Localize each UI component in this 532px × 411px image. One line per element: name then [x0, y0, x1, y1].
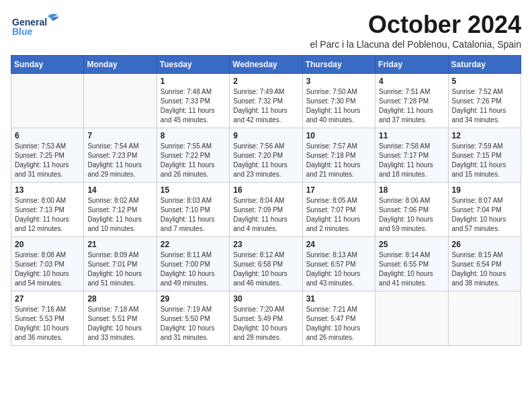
calendar-cell: 19Sunrise: 8:07 AM Sunset: 7:04 PM Dayli… [448, 183, 521, 237]
calendar-cell: 27Sunrise: 7:16 AM Sunset: 5:53 PM Dayli… [11, 291, 84, 346]
day-info: Sunrise: 8:00 AM Sunset: 7:13 PM Dayligh… [15, 196, 80, 234]
week-row-5: 27Sunrise: 7:16 AM Sunset: 5:53 PM Dayli… [11, 291, 521, 346]
calendar-cell [84, 74, 157, 128]
calendar-cell: 16Sunrise: 8:04 AM Sunset: 7:09 PM Dayli… [230, 183, 302, 237]
day-number: 16 [233, 185, 298, 195]
calendar-cell: 31Sunrise: 7:21 AM Sunset: 5:47 PM Dayli… [302, 291, 375, 346]
day-info: Sunrise: 7:52 AM Sunset: 7:26 PM Dayligh… [452, 87, 517, 125]
calendar-cell [448, 291, 521, 346]
day-number: 8 [161, 131, 226, 140]
day-info: Sunrise: 7:57 AM Sunset: 7:18 PM Dayligh… [306, 142, 371, 179]
day-number: 2 [233, 77, 298, 86]
day-info: Sunrise: 7:58 AM Sunset: 7:17 PM Dayligh… [379, 142, 444, 179]
day-info: Sunrise: 7:59 AM Sunset: 7:15 PM Dayligh… [452, 142, 517, 179]
calendar-cell: 6Sunrise: 7:53 AM Sunset: 7:25 PM Daylig… [11, 128, 84, 183]
day-info: Sunrise: 7:49 AM Sunset: 7:32 PM Dayligh… [233, 87, 298, 125]
day-info: Sunrise: 8:12 AM Sunset: 6:58 PM Dayligh… [233, 250, 298, 288]
month-title: October 2024 [310, 11, 521, 39]
calendar-cell: 5Sunrise: 7:52 AM Sunset: 7:26 PM Daylig… [448, 74, 521, 128]
day-number: 12 [452, 131, 517, 140]
day-number: 1 [161, 77, 226, 86]
day-info: Sunrise: 8:09 AM Sunset: 7:01 PM Dayligh… [87, 250, 152, 288]
calendar-cell: 4Sunrise: 7:51 AM Sunset: 7:28 PM Daylig… [375, 74, 448, 128]
day-info: Sunrise: 8:15 AM Sunset: 6:54 PM Dayligh… [452, 250, 517, 288]
calendar-cell: 21Sunrise: 8:09 AM Sunset: 7:01 PM Dayli… [84, 237, 157, 291]
calendar-cell: 17Sunrise: 8:05 AM Sunset: 7:07 PM Dayli… [302, 183, 375, 237]
day-number: 17 [306, 185, 371, 195]
day-info: Sunrise: 8:11 AM Sunset: 7:00 PM Dayligh… [161, 250, 226, 288]
day-number: 6 [15, 131, 80, 140]
calendar-cell: 9Sunrise: 7:56 AM Sunset: 7:20 PM Daylig… [230, 128, 302, 183]
calendar-table: SundayMondayTuesdayWednesdayThursdayFrid… [11, 55, 521, 346]
calendar-cell: 7Sunrise: 7:54 AM Sunset: 7:23 PM Daylig… [84, 128, 157, 183]
logo: General Blue [11, 11, 71, 38]
day-header-wednesday: Wednesday [230, 56, 302, 74]
day-number: 18 [379, 185, 444, 195]
day-info: Sunrise: 8:13 AM Sunset: 6:57 PM Dayligh… [306, 250, 371, 288]
day-header-monday: Monday [84, 56, 157, 74]
calendar-cell: 15Sunrise: 8:03 AM Sunset: 7:10 PM Dayli… [157, 183, 229, 237]
title-section: October 2024 el Parc i la Llacuna del Po… [310, 11, 521, 50]
page-header: General Blue October 2024 el Parc i la L… [11, 11, 521, 50]
calendar-cell: 24Sunrise: 8:13 AM Sunset: 6:57 PM Dayli… [302, 237, 375, 291]
day-info: Sunrise: 7:19 AM Sunset: 5:50 PM Dayligh… [161, 305, 226, 342]
day-number: 9 [233, 131, 298, 140]
week-row-1: 1Sunrise: 7:48 AM Sunset: 7:33 PM Daylig… [11, 74, 521, 128]
calendar-cell: 3Sunrise: 7:50 AM Sunset: 7:30 PM Daylig… [302, 74, 375, 128]
day-header-saturday: Saturday [448, 56, 521, 74]
calendar-cell: 30Sunrise: 7:20 AM Sunset: 5:49 PM Dayli… [230, 291, 302, 346]
day-number: 10 [306, 131, 371, 140]
day-number: 29 [161, 294, 226, 304]
calendar-cell [375, 291, 448, 346]
day-number: 7 [87, 131, 152, 140]
day-info: Sunrise: 8:07 AM Sunset: 7:04 PM Dayligh… [452, 196, 517, 234]
day-number: 13 [15, 185, 80, 195]
week-row-2: 6Sunrise: 7:53 AM Sunset: 7:25 PM Daylig… [11, 128, 521, 183]
day-number: 22 [161, 240, 226, 249]
day-number: 24 [306, 240, 371, 249]
calendar-cell: 2Sunrise: 7:49 AM Sunset: 7:32 PM Daylig… [230, 74, 302, 128]
calendar-cell: 14Sunrise: 8:02 AM Sunset: 7:12 PM Dayli… [84, 183, 157, 237]
day-number: 15 [161, 185, 226, 195]
calendar-cell: 29Sunrise: 7:19 AM Sunset: 5:50 PM Dayli… [157, 291, 229, 346]
calendar-cell: 1Sunrise: 7:48 AM Sunset: 7:33 PM Daylig… [157, 74, 229, 128]
day-header-sunday: Sunday [11, 56, 84, 74]
calendar-cell: 22Sunrise: 8:11 AM Sunset: 7:00 PM Dayli… [157, 237, 229, 291]
calendar-cell: 12Sunrise: 7:59 AM Sunset: 7:15 PM Dayli… [448, 128, 521, 183]
calendar-cell: 13Sunrise: 8:00 AM Sunset: 7:13 PM Dayli… [11, 183, 84, 237]
day-number: 27 [15, 294, 80, 304]
day-info: Sunrise: 8:05 AM Sunset: 7:07 PM Dayligh… [306, 196, 371, 234]
day-number: 5 [452, 77, 517, 86]
day-info: Sunrise: 8:08 AM Sunset: 7:03 PM Dayligh… [15, 250, 80, 288]
day-info: Sunrise: 7:51 AM Sunset: 7:28 PM Dayligh… [379, 87, 444, 125]
logo-icon: General Blue [11, 11, 71, 38]
day-number: 20 [15, 240, 80, 249]
calendar-cell: 18Sunrise: 8:06 AM Sunset: 7:06 PM Dayli… [375, 183, 448, 237]
day-info: Sunrise: 8:03 AM Sunset: 7:10 PM Dayligh… [161, 196, 226, 234]
week-row-3: 13Sunrise: 8:00 AM Sunset: 7:13 PM Dayli… [11, 183, 521, 237]
day-info: Sunrise: 7:56 AM Sunset: 7:20 PM Dayligh… [233, 142, 298, 179]
day-number: 3 [306, 77, 371, 86]
day-info: Sunrise: 8:04 AM Sunset: 7:09 PM Dayligh… [233, 196, 298, 234]
day-header-thursday: Thursday [302, 56, 375, 74]
day-info: Sunrise: 7:18 AM Sunset: 5:51 PM Dayligh… [87, 305, 152, 342]
day-info: Sunrise: 8:02 AM Sunset: 7:12 PM Dayligh… [87, 196, 152, 234]
day-info: Sunrise: 7:55 AM Sunset: 7:22 PM Dayligh… [161, 142, 226, 179]
day-header-friday: Friday [375, 56, 448, 74]
header-row: SundayMondayTuesdayWednesdayThursdayFrid… [11, 56, 521, 74]
day-number: 4 [379, 77, 444, 86]
day-number: 25 [379, 240, 444, 249]
day-info: Sunrise: 7:48 AM Sunset: 7:33 PM Dayligh… [161, 87, 226, 125]
calendar-cell: 20Sunrise: 8:08 AM Sunset: 7:03 PM Dayli… [11, 237, 84, 291]
day-number: 30 [233, 294, 298, 304]
day-info: Sunrise: 8:06 AM Sunset: 7:06 PM Dayligh… [379, 196, 444, 234]
day-info: Sunrise: 7:16 AM Sunset: 5:53 PM Dayligh… [15, 305, 80, 342]
day-header-tuesday: Tuesday [157, 56, 229, 74]
day-info: Sunrise: 8:14 AM Sunset: 6:55 PM Dayligh… [379, 250, 444, 288]
calendar-cell: 25Sunrise: 8:14 AM Sunset: 6:55 PM Dayli… [375, 237, 448, 291]
day-number: 28 [87, 294, 152, 304]
day-info: Sunrise: 7:20 AM Sunset: 5:49 PM Dayligh… [233, 305, 298, 342]
day-number: 21 [87, 240, 152, 249]
day-info: Sunrise: 7:54 AM Sunset: 7:23 PM Dayligh… [87, 142, 152, 179]
day-info: Sunrise: 7:53 AM Sunset: 7:25 PM Dayligh… [15, 142, 80, 179]
